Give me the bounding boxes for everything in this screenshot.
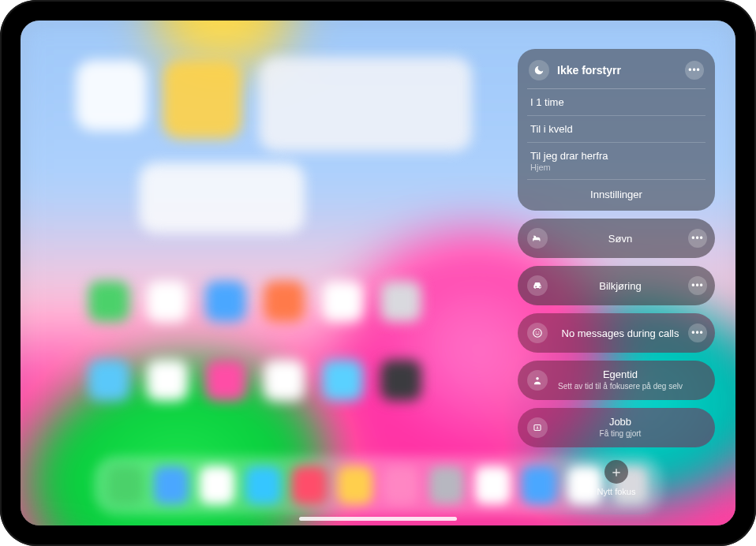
dnd-title: Ikke forstyrr [557,64,677,77]
mode-sublabel: Sett av tid til å fokusere på deg selv [556,382,685,391]
more-icon[interactable]: ••• [688,229,707,248]
option-sublabel: Hjem [530,163,702,172]
dnd-header[interactable]: Ikke forstyrr ••• [527,57,705,88]
dnd-card: Ikke forstyrr ••• I 1 time Til i kveld T… [518,49,715,211]
home-indicator [299,517,457,521]
more-icon[interactable]: ••• [685,61,704,80]
spacer [688,371,707,390]
svg-point-2 [538,331,539,332]
dnd-option-leave-location[interactable]: Til jeg drar herfra Hjem [527,142,705,179]
more-icon[interactable]: ••• [688,323,707,342]
option-label: I 1 time [530,96,564,108]
screen: Ikke forstyrr ••• I 1 time Til i kveld T… [21,21,735,525]
focus-panel: Ikke forstyrr ••• I 1 time Til i kveld T… [518,49,715,496]
spacer [688,418,707,437]
option-label: Til jeg drar herfra [530,150,608,162]
focus-mode-custom[interactable]: No messages during calls ••• [518,313,715,353]
dnd-settings-button[interactable]: Innstillinger [527,179,705,211]
more-icon[interactable]: ••• [688,276,707,295]
person-icon [527,370,548,391]
bed-icon [527,228,548,249]
blurred-widget [163,60,241,139]
smile-icon [527,323,548,343]
focus-mode-personal[interactable]: Egentid Sett av tid til å fokusere på de… [518,361,715,400]
new-focus-label: Nytt fokus [597,487,636,496]
blurred-widget [76,60,147,131]
svg-point-5 [537,426,538,428]
dnd-options: I 1 time Til i kveld Til jeg drar herfra… [527,88,705,211]
mode-label: Bilkjøring [599,280,641,292]
mode-sublabel: Få ting gjort [556,429,685,439]
focus-mode-work[interactable]: Jobb Få ting gjort [518,408,715,447]
mode-label: Søvn [608,233,632,245]
dnd-option-evening[interactable]: Til i kveld [527,115,705,142]
badge-icon [527,417,548,438]
new-focus-button[interactable]: ＋ Nytt fokus [518,460,715,496]
svg-point-0 [533,329,542,338]
focus-mode-sleep[interactable]: Søvn ••• [518,219,715,258]
mode-label: No messages during calls [562,327,679,339]
mode-label: Egentid [556,369,685,381]
plus-icon: ＋ [604,460,628,484]
blurred-widget [139,163,305,234]
svg-point-3 [536,377,539,380]
dnd-option-1h[interactable]: I 1 time [527,88,705,115]
blurred-widget [259,57,472,151]
car-icon [527,275,548,296]
ipad-frame: Ikke forstyrr ••• I 1 time Til i kveld T… [0,0,756,546]
moon-icon [529,60,549,80]
svg-point-1 [536,331,537,332]
focus-mode-driving[interactable]: Bilkjøring ••• [518,266,715,305]
option-label: Til i kveld [530,123,573,135]
mode-label: Jobb [556,417,685,428]
settings-label: Innstillinger [590,189,642,200]
